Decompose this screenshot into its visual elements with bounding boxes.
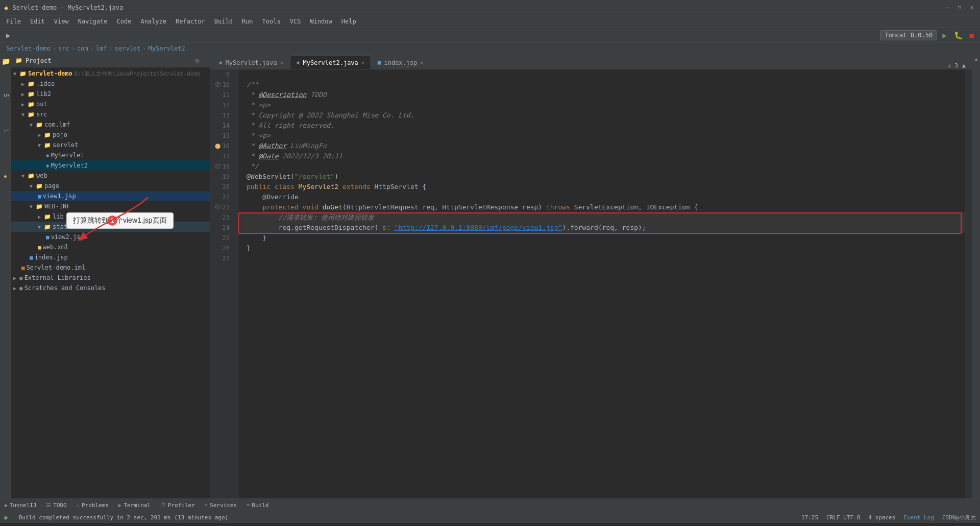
minimize-button[interactable]: —	[943, 4, 951, 12]
right-btn-1[interactable]: ▲	[974, 56, 977, 62]
structure-icon[interactable]: S	[2, 92, 10, 100]
terminal-icon: ▶	[118, 502, 122, 509]
breadcrumb-myservlet2[interactable]: MyServlet2	[149, 45, 185, 52]
tree-external-libs[interactable]: ▶ ● External Libraries	[11, 273, 210, 283]
tree-webinf[interactable]: ▼ 📁 WEB-INF	[11, 201, 210, 211]
menu-file[interactable]: File	[2, 17, 25, 26]
project-folder-icon: 📁	[15, 57, 22, 64]
toolbar-project-btn[interactable]: ▶	[4, 30, 12, 40]
tree-comlmf[interactable]: ▼ 📁 com.lmf	[11, 119, 210, 130]
tab-myservlet2-close[interactable]: ✕	[361, 60, 364, 65]
debug-button[interactable]: 🐛	[952, 30, 965, 40]
event-log[interactable]: Event Log	[903, 514, 934, 521]
menu-tools[interactable]: Tools	[258, 17, 285, 26]
tree-root[interactable]: ▼ 📁 Servlet-demo D:\私人文件夹\JavaProjects\S…	[11, 68, 210, 79]
close-button[interactable]: ✕	[968, 4, 976, 12]
tree-out[interactable]: ▶ 📁 out	[11, 99, 210, 109]
breadcrumb-src[interactable]: src	[58, 45, 69, 52]
tomcat-selector[interactable]: Tomcat 8.0.50	[880, 30, 937, 40]
code-content[interactable]: /** * @Description TODO * <p> * Copyrigh…	[238, 69, 965, 498]
status-encoding: CRLF UTF-8	[826, 514, 860, 521]
tab-indexjsp-label: index.jsp	[384, 59, 417, 66]
left-sidebar-icons: 📁 S L ★	[0, 54, 11, 498]
tree-scratches[interactable]: ▶ ● Scratches and Consoles	[11, 283, 210, 293]
terminal-button[interactable]: ▶ Terminal	[118, 502, 151, 509]
linenum-21: 21	[210, 192, 234, 202]
breadcrumb-project[interactable]: Servlet-demo	[6, 45, 51, 52]
menu-window[interactable]: Window	[306, 17, 336, 26]
build-button[interactable]: ⌨ Build	[247, 502, 269, 509]
csdn-link[interactable]: CSDN@小舟大	[942, 514, 976, 521]
menu-help[interactable]: Help	[337, 17, 360, 26]
menu-analyze[interactable]: Analyze	[136, 17, 170, 26]
project-panel: 📁 Project ⚙ − ▼ 📁 Servlet-demo D:\私人文件夹\…	[11, 54, 210, 498]
leetcode-icon[interactable]: L	[2, 127, 10, 135]
menu-navigate[interactable]: Navigate	[74, 17, 112, 26]
status-bar: ● Build completed successfully in 2 sec,…	[0, 512, 980, 523]
stop-button[interactable]: ■	[968, 30, 976, 40]
tree-web[interactable]: ▼ 📁 web	[11, 171, 210, 181]
project-tree: ▼ 📁 Servlet-demo D:\私人文件夹\JavaProjects\S…	[11, 67, 210, 498]
maximize-button[interactable]: ❐	[955, 4, 964, 12]
breadcrumb-servlet[interactable]: servlet	[115, 45, 141, 52]
app-icon: ◆	[4, 4, 8, 12]
linenum-17: 17	[210, 151, 234, 161]
title-bar-left: ◆ Servlet-demo - MyServlet2.java	[4, 4, 123, 12]
linenum-25: 25	[210, 233, 234, 243]
tree-src[interactable]: ▼ 📁 src	[11, 109, 210, 119]
tree-iml[interactable]: ■ Servlet-demo.iml	[11, 262, 210, 273]
bottom-toolbar: ◆ TunnelIJ | ☰ TODO | ⚠ Problems | ▶ Ter…	[0, 498, 980, 512]
favorites-icon[interactable]: ★	[2, 172, 10, 180]
linenum-20: 20	[210, 182, 234, 192]
breadcrumb: Servlet-demo › src › com › lmf › servlet…	[0, 43, 980, 54]
menu-view[interactable]: View	[50, 17, 73, 26]
todo-label: TODO	[53, 502, 67, 509]
profiler-button[interactable]: ⏱ Profiler	[160, 502, 195, 509]
todo-button[interactable]: ☰ TODO	[46, 502, 67, 509]
code-line-16: * @Author LiuMingFu	[240, 141, 965, 151]
breadcrumb-com[interactable]: com	[77, 45, 88, 52]
breadcrumb-lmf[interactable]: lmf	[96, 45, 107, 52]
services-icon: ☀	[204, 502, 208, 509]
tab-myservlet[interactable]: ◆ MyServlet.java ✕	[212, 56, 290, 69]
tab-myservlet-close[interactable]: ✕	[280, 60, 283, 65]
tree-view2jsp[interactable]: ■ view2.jsp	[11, 232, 210, 242]
right-scrollbar-area[interactable]	[965, 69, 972, 498]
tab-myservlet2[interactable]: ◆ MyServlet2.java ✕	[290, 56, 371, 69]
tree-myservlet[interactable]: ◆ MyServlet	[11, 150, 210, 160]
tree-page[interactable]: ▼ 📁 page	[11, 181, 210, 191]
menu-build[interactable]: Build	[210, 17, 237, 26]
code-line-13: * Copyright @ 2022 Shanghai Mise Co. Ltd…	[240, 110, 965, 121]
tree-pojo[interactable]: ▶ 📁 pojo	[11, 130, 210, 140]
menu-run[interactable]: Run	[238, 17, 257, 26]
menu-edit[interactable]: Edit	[26, 17, 49, 26]
menu-code[interactable]: Code	[113, 17, 136, 26]
tree-myservlet2[interactable]: ◆ MyServlet2	[11, 160, 210, 171]
project-gear-icon[interactable]: ⚙	[195, 57, 199, 64]
tree-servlet[interactable]: ▼ 📁 servlet	[11, 140, 210, 150]
tree-lib2[interactable]: ▶ 📁 lib2	[11, 89, 210, 99]
window-buttons[interactable]: — ❐ ✕	[943, 4, 976, 12]
linenum-16: ⬤16	[210, 141, 234, 151]
tree-indexjsp[interactable]: ■ index.jsp	[11, 252, 210, 262]
tab-indexjsp[interactable]: ■ index.jsp ✕	[371, 56, 430, 69]
code-line-25: }	[240, 233, 965, 243]
tree-view1jsp[interactable]: ■ view1.jsp	[11, 191, 210, 201]
tunnelij-button[interactable]: ◆ TunnelIJ	[4, 502, 37, 509]
services-label: Services	[210, 502, 237, 509]
tree-idea[interactable]: ▶ 📁 .idea	[11, 79, 210, 89]
tab-indexjsp-close[interactable]: ✕	[421, 60, 424, 65]
menu-vcs[interactable]: VCS	[286, 17, 305, 26]
problems-button[interactable]: ⚠ Problems	[76, 502, 109, 509]
menu-refactor[interactable]: Refactor	[172, 17, 209, 26]
tree-webxml[interactable]: ■ web.xml	[11, 242, 210, 252]
expand-editor-btn[interactable]: ▲	[962, 62, 966, 69]
project-collapse-icon[interactable]: −	[202, 57, 206, 64]
services-button[interactable]: ☀ Services	[204, 502, 237, 509]
code-line-17: * @Date 2022/12/3 20:11	[240, 151, 965, 161]
project-icon[interactable]: 📁	[2, 57, 10, 65]
run-button[interactable]: ▶	[940, 30, 948, 40]
linenum-10: ⓡ10	[210, 80, 234, 90]
linenum-13: 13	[210, 110, 234, 121]
menu-bar: File Edit View Navigate Code Analyze Ref…	[0, 15, 980, 28]
